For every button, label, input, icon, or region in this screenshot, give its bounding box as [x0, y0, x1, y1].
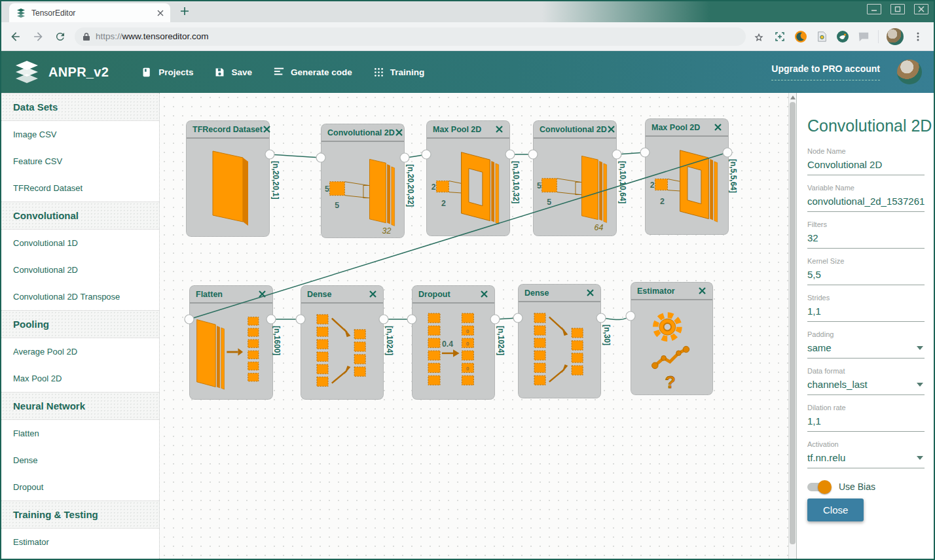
node-estimator[interactable]: Estimator	[631, 282, 713, 395]
field-label: Activation	[807, 440, 925, 448]
canvas-scrollbar[interactable]	[788, 93, 796, 559]
screenshot-extension-icon[interactable]	[773, 30, 786, 43]
node-header[interactable]: Convolutional 2D	[321, 124, 404, 142]
close-window-button[interactable]	[914, 4, 928, 14]
save-label: Save	[231, 67, 252, 77]
strides-input[interactable]: 1,1	[807, 304, 925, 322]
data-format-select[interactable]: channels_last	[807, 377, 925, 395]
user-avatar[interactable]	[897, 60, 922, 84]
browser-profile-avatar[interactable]	[887, 28, 904, 45]
close-panel-button[interactable]: Close	[807, 499, 864, 521]
refresh-button[interactable]	[52, 29, 68, 44]
minimize-button[interactable]	[867, 4, 881, 14]
training-button[interactable]: Training	[363, 60, 435, 84]
node-header[interactable]: Dense	[519, 285, 600, 302]
node-close-icon[interactable]	[495, 125, 504, 133]
connection-label: [n,20,20,32]	[406, 164, 415, 207]
node-close-icon[interactable]	[586, 289, 595, 297]
upgrade-pro-link[interactable]: Upgrade to PRO account	[771, 63, 880, 80]
sidebar-item-feature-csv[interactable]: Feature CSV	[1, 148, 159, 175]
sidebar-item-tfrecord-dataset[interactable]: TFRecord Dataset	[1, 175, 159, 201]
graph-canvas[interactable]: TFRecord Dataset Convolutional 2D 5 5	[160, 93, 788, 559]
field-variable-name: Variable Name convolutional_2d_153726170	[807, 184, 925, 212]
generate-code-button[interactable]: Generate code	[263, 60, 363, 84]
app-logo-icon	[13, 61, 41, 83]
use-bias-toggle[interactable]	[807, 483, 830, 491]
sidebar-section-neural-network: Neural Network	[1, 392, 159, 420]
node-max-pool-2d-2[interactable]: Max Pool 2D 2 2	[645, 118, 729, 235]
filters-input[interactable]: 32	[807, 231, 925, 249]
svg-text:5: 5	[335, 200, 339, 209]
node-close-icon[interactable]	[480, 290, 488, 298]
maximize-button[interactable]	[890, 4, 905, 14]
node-close-icon[interactable]	[369, 290, 377, 298]
node-name-input[interactable]: Convolutional 2D	[807, 158, 925, 175]
app-brand[interactable]: ANPR_v2	[13, 61, 109, 83]
new-tab-button[interactable]	[178, 6, 191, 19]
sidebar-item-max-pool-2d[interactable]: Max Pool 2D	[1, 365, 159, 392]
node-close-icon[interactable]	[395, 128, 403, 137]
sidebar-item-dropout[interactable]: Dropout	[1, 474, 159, 500]
sidebar-item-convolutional-2d[interactable]: Convolutional 2D	[1, 256, 159, 283]
node-header[interactable]: Estimator	[631, 283, 712, 300]
sidebar-item-estimator[interactable]: Estimator	[1, 529, 159, 555]
browser-menu-icon[interactable]	[911, 30, 925, 43]
node-title: Max Pool 2D	[433, 125, 481, 134]
projects-icon	[141, 67, 153, 78]
notes-extension-icon[interactable]	[815, 30, 828, 43]
node-close-icon[interactable]	[258, 290, 266, 298]
url-bar[interactable]: https://www.tensoreditor.com	[75, 27, 746, 46]
save-button[interactable]: Save	[204, 60, 263, 84]
node-close-icon[interactable]	[607, 125, 615, 133]
node-close-icon[interactable]	[714, 123, 722, 131]
bookmark-star-icon[interactable]	[752, 30, 765, 43]
chart-icon	[652, 346, 689, 368]
dark-mode-extension-icon[interactable]	[794, 30, 807, 43]
browser-tab[interactable]: TensorEditor	[9, 3, 170, 22]
node-header[interactable]: Dense	[301, 286, 383, 304]
sidebar-item-average-pool-2d[interactable]: Average Pool 2D	[1, 338, 159, 365]
projects-button[interactable]: Projects	[131, 60, 204, 84]
node-header[interactable]: Flatten	[190, 286, 272, 304]
node-max-pool-2d-1[interactable]: Max Pool 2D 2 2	[426, 120, 510, 236]
globe-extension-icon[interactable]	[836, 30, 849, 43]
node-dense-2[interactable]: Dense	[518, 284, 601, 398]
padding-select[interactable]: same	[807, 341, 925, 359]
tab-close-icon[interactable]	[157, 7, 164, 19]
sidebar-item-convolutional-2d-transpose[interactable]: Convolutional 2D Transpose	[1, 283, 159, 310]
sidebar-item-flatten[interactable]: Flatten	[1, 420, 159, 447]
node-convolutional-2d-1[interactable]: Convolutional 2D 5 5 32	[321, 124, 405, 238]
connection-label: [n,10,10,32]	[511, 161, 521, 203]
svg-text:2: 2	[650, 180, 655, 189]
node-dense-1[interactable]: Dense	[301, 285, 384, 400]
window-controls	[867, 4, 928, 14]
svg-text:5: 5	[547, 197, 551, 206]
dilation-rate-input[interactable]: 1,1	[807, 414, 925, 432]
node-close-icon[interactable]	[698, 287, 706, 295]
node-convolutional-2d-2[interactable]: Convolutional 2D 5 5 64	[533, 120, 617, 236]
activation-select[interactable]: tf.nn.relu	[807, 451, 925, 468]
sidebar-item-convolutional-1d[interactable]: Convolutional 1D	[1, 230, 159, 256]
node-header[interactable]: Dropout	[412, 286, 494, 304]
sidebar-section-convolutional: Convolutional	[1, 201, 159, 230]
node-header[interactable]: Max Pool 2D	[646, 119, 728, 137]
svg-text:2: 2	[441, 198, 446, 207]
node-header[interactable]: Convolutional 2D	[534, 121, 616, 139]
kernel-size-input[interactable]: 5,5	[807, 268, 925, 285]
node-header[interactable]: TFRecord Dataset	[187, 121, 269, 139]
node-close-icon[interactable]	[263, 125, 271, 133]
scroll-up-arrow[interactable]	[790, 96, 796, 99]
variable-name-input[interactable]: convolutional_2d_153726170	[807, 194, 925, 212]
toggle-knob[interactable]	[818, 480, 832, 494]
forward-button[interactable]	[30, 29, 46, 44]
sidebar-item-dense[interactable]: Dense	[1, 447, 159, 474]
node-header[interactable]: Max Pool 2D	[427, 121, 509, 139]
node-flatten[interactable]: Flatten	[189, 285, 273, 400]
scrollbar-thumb[interactable]	[790, 102, 796, 544]
back-button[interactable]	[8, 29, 24, 44]
node-tfrecord-dataset[interactable]: TFRecord Dataset	[186, 120, 270, 237]
chat-extension-icon[interactable]	[857, 30, 870, 43]
dropout-illustration: 0 0 0 0.4	[412, 304, 494, 401]
sidebar-item-image-csv[interactable]: Image CSV	[1, 121, 159, 148]
node-dropout[interactable]: Dropout 0 0 0 0.4	[412, 285, 495, 400]
